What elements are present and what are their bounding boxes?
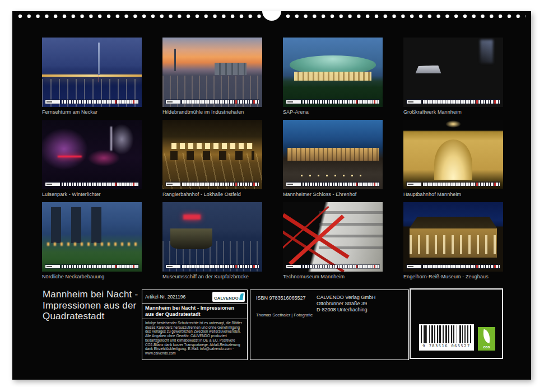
calendar-strip: [286, 181, 380, 186]
thumbnail: Großkraftwerk Mannheim: [403, 38, 503, 115]
thumbnail-image: [403, 38, 503, 107]
calendar-day-cells: [423, 183, 500, 186]
thumbnail-image: [42, 120, 142, 189]
publisher-street: Ottobrunner Straße 39: [317, 301, 375, 307]
calendar-day-cells: [62, 265, 138, 268]
calendar-month-label: [286, 265, 301, 268]
calendar-month-label: [166, 100, 180, 104]
eco-label: eco: [483, 345, 490, 349]
barcode: 9 783516 065527: [419, 324, 474, 351]
thumbnail-caption: Technomuseum Mannheim: [283, 274, 383, 279]
calendar-strip: [286, 99, 380, 104]
barcode-bars: [421, 325, 472, 343]
calendar-month-label: [45, 265, 60, 268]
thumbnail: Mannheimer Schloss - Ehrenhof: [283, 120, 383, 197]
thumbnail-caption: Rangierbahnhof - Lokhalle Ostfeld: [162, 192, 262, 197]
thumbnail: Rangierbahnhof - Lokhalle Ostfeld: [162, 120, 262, 197]
cover-title-line: Impressionen aus der: [43, 300, 155, 311]
thumbnail-caption: Hauptbahnhof Mannheim: [403, 192, 503, 197]
calendar-month-label: [166, 265, 180, 268]
calendar-day-cells: [62, 183, 138, 186]
calendar-strip: [165, 264, 259, 269]
calendar-month-label: [407, 183, 421, 186]
thumbnail: Museumsschiff an der Kurpfalzbrücke: [162, 202, 262, 279]
thumbnail-image: [283, 120, 383, 189]
barcode-digits: 9 783516 065527: [421, 344, 472, 348]
calendar-strip: [406, 264, 500, 269]
thumbnail: Technomuseum Mannheim: [283, 202, 383, 279]
eco-logo: eco: [478, 327, 495, 351]
calendar-strip: [45, 264, 139, 269]
thumbnail-image: [403, 120, 503, 189]
calvendo-logo-text: CALVENDO: [214, 296, 239, 301]
calendar-day-cells: [182, 100, 259, 104]
thumbnail-image: [162, 38, 262, 107]
calendar-day-cells: [303, 265, 379, 268]
calendar-day-cells: [303, 183, 379, 186]
thumbnail-caption: Mannheimer Schloss - Ehrenhof: [283, 192, 383, 197]
thumbnail: Hildebrandtmühle im Industriehafen: [162, 38, 262, 115]
thumbnail-image: [162, 202, 262, 272]
thumbnail: Fernsehturm am Neckar: [42, 38, 142, 115]
thumbnail: Hauptbahnhof Mannheim: [403, 120, 503, 197]
thumbnail-caption: Nördliche Neckarbebauung: [42, 274, 142, 279]
product-info-box: Artikel-Nr. 2021196 CALVENDO Mannheim be…: [142, 290, 248, 360]
calvendo-logo: CALVENDO: [212, 292, 245, 302]
cover-title: Mannheim bei Nacht - Impressionen aus de…: [43, 289, 155, 322]
thumbnail-image: [283, 38, 383, 107]
thumbnail-image: [283, 202, 383, 272]
calendar-month-label: [407, 100, 421, 104]
thumbnail-caption: Engelhorn-Reiß-Museum - Zeughaus: [403, 274, 503, 279]
calendar-month-label: [45, 183, 60, 186]
calendar-month-label: [286, 183, 301, 186]
calendar-strip: [45, 181, 139, 186]
calendar-strip: [165, 181, 259, 186]
thumbnail-grid: Fernsehturm am Neckar Hildebrandtmühle i…: [42, 38, 503, 279]
calendar-strip: [406, 99, 500, 104]
calendar-strip: [45, 99, 139, 104]
calendar-day-cells: [182, 265, 259, 268]
thumbnail-image: [42, 202, 142, 272]
thumbnail: Nördliche Neckarbebauung: [42, 202, 142, 279]
thumbnail-caption: Museumsschiff an der Kurpfalzbrücke: [162, 274, 262, 279]
cover-title-line: Quadratestadt: [43, 311, 155, 322]
thumbnail-image: [403, 202, 503, 272]
thumbnail: Luisenpark - Winterlichter: [42, 120, 142, 197]
product-title: Mannheim bei Nacht - Impressionen aus de…: [142, 304, 247, 319]
thumbnail-caption: SAP-Arena: [283, 109, 383, 115]
legal-text: Infolge bestehender Schutzrechte ist es …: [142, 319, 247, 357]
wire-binding-holes-left: [18, 13, 262, 19]
thumbnail-caption: Luisenpark - Winterlichter: [42, 192, 142, 197]
wire-binding-holes-right: [286, 13, 526, 19]
publisher-name: CALVENDO Verlag GmbH: [317, 295, 375, 301]
calendar-month-label: [286, 100, 301, 104]
thumbnail-caption: Hildebrandtmühle im Industriehafen: [162, 109, 262, 115]
publisher-address: CALVENDO Verlag GmbH Ottobrunner Straße …: [317, 295, 375, 313]
thumbnail-caption: Fernsehturm am Neckar: [42, 109, 142, 115]
calendar-strip: [286, 264, 380, 269]
isbn: ISBN 9783516065527: [256, 295, 306, 301]
calendar-strip: [406, 181, 500, 186]
thumbnail: Engelhorn-Reiß-Museum - Zeughaus: [403, 202, 503, 279]
cover-title-line: Mannheim bei Nacht -: [43, 289, 155, 300]
calendar-strip: [165, 99, 259, 104]
calendar-day-cells: [423, 265, 500, 268]
article-number: Artikel-Nr. 2021196: [145, 294, 185, 300]
publisher-box: ISBN 9783516065527 Thomas Seethaler | Fo…: [250, 290, 409, 360]
calendar-day-cells: [182, 183, 259, 186]
calendar-month-label: [166, 183, 180, 186]
thumbnail: SAP-Arena: [283, 38, 383, 115]
calvendo-page-icon: [239, 293, 244, 300]
thumbnail-image: [42, 38, 142, 107]
thumbnail-image: [162, 120, 262, 189]
barcode-box: 9 783516 065527 eco: [410, 288, 503, 359]
leaf-icon: [481, 329, 492, 344]
publisher-city: D-82008 Unterhaching: [317, 307, 375, 313]
photographer-credit: Thomas Seethaler | Fotografie: [256, 312, 313, 318]
calendar-month-label: [407, 265, 421, 268]
calendar-back-page: Fernsehturm am Neckar Hildebrandtmühle i…: [12, 11, 531, 380]
hanger-notch: [262, 11, 281, 21]
calendar-day-cells: [303, 100, 379, 104]
calendar-month-label: [45, 100, 60, 104]
thumbnail-caption: Großkraftwerk Mannheim: [403, 109, 503, 115]
